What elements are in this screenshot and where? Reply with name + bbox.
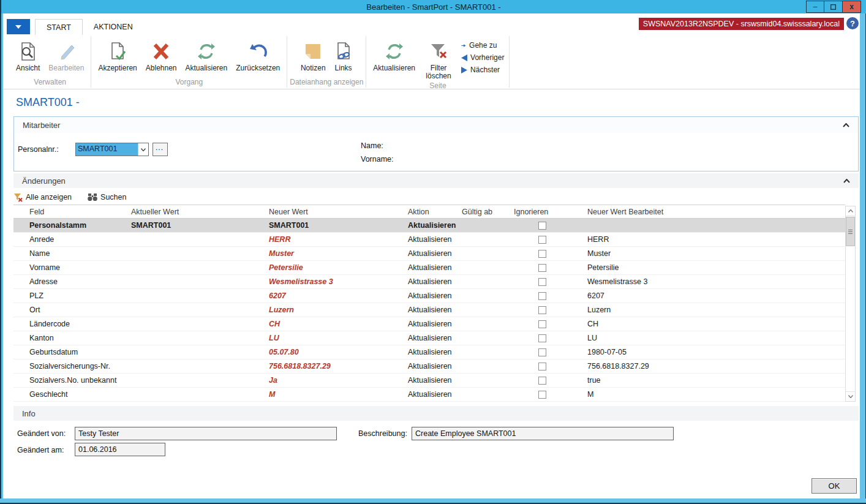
bearbeiten-button[interactable]: Bearbeiten <box>44 37 88 73</box>
table-row[interactable]: Kanton LU Aktualisieren LU <box>13 331 845 345</box>
ignorieren-checkbox[interactable] <box>538 363 546 370</box>
ok-button[interactable]: OK <box>811 478 857 494</box>
thumb-grip-icon <box>848 230 853 230</box>
info-header[interactable]: Info <box>13 406 859 421</box>
app-window: Bearbeiten - SmartPort - SMART001 - – x … <box>0 0 866 504</box>
close-button[interactable]: x <box>843 1 861 13</box>
table-row[interactable]: Ländercode CH Aktualisieren CH <box>13 317 845 331</box>
column-header-ignorieren[interactable]: Ignorieren <box>514 208 587 216</box>
table-row[interactable]: Sozialvers.No. unbekannt Ja Aktualisiere… <box>13 374 845 388</box>
ignorieren-checkbox[interactable] <box>538 320 546 328</box>
cell-feld: Ort <box>13 306 131 314</box>
zuruecksetzen-button[interactable]: Zurücksetzen <box>232 37 284 73</box>
ansicht-button[interactable]: Ansicht <box>12 37 44 73</box>
titlebar[interactable]: Bearbeiten - SmartPort - SMART001 - <box>0 0 866 13</box>
maximize-icon <box>830 4 836 10</box>
geaendert-am-field[interactable]: 01.06.2016 <box>75 443 165 456</box>
ribbon-group-dateianhang: Notizen Links Dateianhang anzeigen <box>290 35 363 89</box>
akzeptieren-button[interactable]: Akzeptieren <box>94 37 141 73</box>
maximize-button[interactable] <box>824 1 843 13</box>
table-row[interactable]: Name Muster Aktualisieren Muster <box>13 247 845 261</box>
table-row[interactable]: Geschlecht M Aktualisieren M <box>13 388 845 402</box>
column-header-neuer-wert-bearbeitet[interactable]: Neuer Wert Bearbeitet <box>587 208 845 216</box>
table-row[interactable]: PLZ 6207 Aktualisieren 6207 <box>13 289 845 303</box>
tab-start[interactable]: START <box>35 19 83 35</box>
table-row[interactable]: Vorname Petersilie Aktualisieren Petersi… <box>13 261 845 275</box>
ignorieren-checkbox[interactable] <box>538 306 546 314</box>
cell-neuer-wert-bearbeitet: 6207 <box>587 291 845 300</box>
column-header-neuer-wert[interactable]: Neuer Wert <box>269 208 408 216</box>
aenderungen-header[interactable]: Änderungen <box>13 173 859 188</box>
cell-aktion: Aktualisieren <box>408 362 462 370</box>
table-row[interactable]: Personalstamm SMART001 SMART001 Aktualis… <box>13 219 845 233</box>
seite-aktualisieren-button[interactable]: Aktualisieren <box>369 37 420 73</box>
close-icon: x <box>849 2 854 11</box>
mitarbeiter-header[interactable]: Mitarbeiter <box>14 117 858 133</box>
ignorieren-checkbox[interactable] <box>538 222 546 230</box>
vorheriger-button[interactable]: Vorheriger <box>461 53 504 62</box>
cell-feld: Name <box>13 249 131 258</box>
ignorieren-checkbox[interactable] <box>538 391 546 399</box>
window-title: Bearbeiten - SmartPort - SMART001 - <box>366 2 500 12</box>
table-scrollbar[interactable] <box>845 206 856 402</box>
window-border-bottom <box>0 498 866 504</box>
naechster-button[interactable]: Nächster <box>461 66 504 74</box>
filter-loeschen-button[interactable]: Filter löschen <box>420 37 457 81</box>
vorheriger-label: Vorheriger <box>470 53 504 62</box>
cell-ignorieren <box>514 222 587 230</box>
mitarbeiter-section: Mitarbeiter Personalnr.: SMART001 ... Na… <box>13 116 859 171</box>
cell-ignorieren <box>514 334 587 342</box>
view-document-icon <box>19 39 37 64</box>
table-row[interactable]: Anrede HERR Aktualisieren HERR <box>13 233 845 247</box>
cell-neuer-wert: Petersilie <box>269 263 408 272</box>
table-row[interactable]: Sozialversicherungs-Nr. 756.6818.8327.29… <box>13 359 845 374</box>
combobox-dropdown-button[interactable] <box>138 143 148 156</box>
table-row[interactable]: Ort Luzern Aktualisieren Luzern <box>13 303 845 317</box>
alle-anzeigen-button[interactable]: Alle anzeigen <box>13 193 72 202</box>
cell-neuer-wert-bearbeitet: CH <box>587 320 845 328</box>
cell-feld: Adresse <box>13 277 131 286</box>
scrollbar-thumb[interactable] <box>846 217 855 246</box>
gehe-zu-button[interactable]: Gehe zu <box>461 41 504 50</box>
ablehnen-button[interactable]: Ablehnen <box>141 37 181 73</box>
table-body: Personalstamm SMART001 SMART001 Aktualis… <box>13 219 845 402</box>
cell-ignorieren <box>514 278 587 286</box>
minimize-button[interactable]: – <box>806 1 824 13</box>
scroll-down-button[interactable] <box>846 391 855 401</box>
column-header-gueltig-ab[interactable]: Gültig ab <box>462 208 514 216</box>
cell-feld: Sozialversicherungs-Nr. <box>13 362 131 370</box>
cell-ignorieren <box>514 391 587 399</box>
column-header-feld[interactable]: Feld <box>13 208 131 216</box>
cell-feld: Geschlecht <box>13 390 131 399</box>
beschreibung-field[interactable]: Create Employee SMART001 <box>412 427 674 440</box>
aktualisieren-button[interactable]: Aktualisieren <box>181 37 232 73</box>
ignorieren-checkbox[interactable] <box>538 292 546 300</box>
tab-aktionen[interactable]: AKTIONEN <box>83 19 144 35</box>
cell-ignorieren <box>514 348 587 356</box>
thumb-grip-icon <box>848 231 853 232</box>
name-label: Name: <box>361 141 383 150</box>
ignorieren-checkbox[interactable] <box>538 334 546 342</box>
suchen-button[interactable]: Suchen <box>88 193 126 201</box>
cell-feld: Vorname <box>13 263 131 272</box>
notizen-button[interactable]: Notizen <box>296 37 330 73</box>
personalnr-lookup-button[interactable]: ... <box>152 143 168 156</box>
ignorieren-checkbox[interactable] <box>538 264 546 272</box>
ignorieren-checkbox[interactable] <box>538 377 546 385</box>
table-row[interactable]: Geburtsdatum 05.07.80 Aktualisieren 1980… <box>13 345 845 359</box>
ribbon-tab-row: START AKTIONEN SWSNAV2013R2NSPDEV - srsw… <box>3 13 860 35</box>
ignorieren-checkbox[interactable] <box>538 278 546 286</box>
ignorieren-checkbox[interactable] <box>538 348 546 356</box>
column-header-aktion[interactable]: Aktion <box>408 208 462 216</box>
column-header-aktueller-wert[interactable]: Aktueller Wert <box>131 208 269 216</box>
cell-neuer-wert: Luzern <box>269 306 408 314</box>
ignorieren-checkbox[interactable] <box>538 236 546 244</box>
geaendert-von-field[interactable]: Testy Tester <box>75 427 337 440</box>
table-row[interactable]: Adresse Wesmelistrasse 3 Aktualisieren W… <box>13 275 845 289</box>
links-button[interactable]: Links <box>330 37 357 73</box>
scroll-up-button[interactable] <box>846 206 855 216</box>
app-menu-button[interactable] <box>7 19 30 34</box>
personalnr-combobox[interactable]: SMART001 <box>75 143 149 156</box>
help-button[interactable]: ? <box>846 17 859 29</box>
ignorieren-checkbox[interactable] <box>538 250 546 258</box>
